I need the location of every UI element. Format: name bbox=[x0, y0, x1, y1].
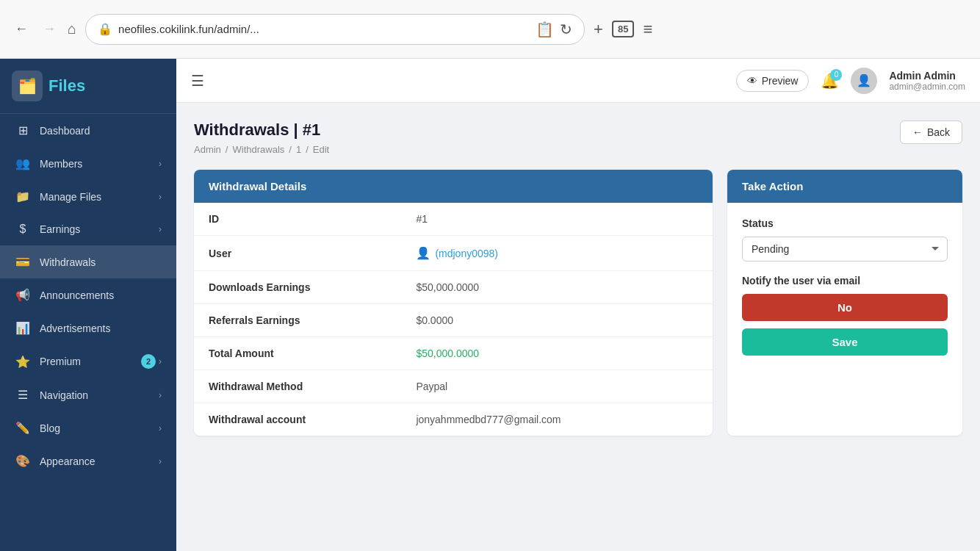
breadcrumb-edit: Edit bbox=[313, 144, 329, 155]
user-info: Admin Admin admin@admin.com bbox=[889, 70, 965, 92]
sidebar-item-dashboard[interactable]: ⊞ Dashboard bbox=[0, 114, 176, 147]
back-arrow-icon: ← bbox=[912, 126, 923, 138]
action-card-body: Status Pending Approved Rejected Notify … bbox=[727, 203, 962, 370]
appearance-icon: 🎨 bbox=[15, 454, 31, 468]
take-action-title: Take Action bbox=[742, 180, 803, 192]
back-nav-button[interactable]: ← bbox=[12, 18, 31, 40]
back-label: Back bbox=[927, 126, 950, 138]
chevron-right-icon: › bbox=[159, 224, 162, 234]
address-text: neofiles.cokilink.fun/admin/... bbox=[118, 23, 530, 35]
field-label: Downloads Earnings bbox=[194, 271, 401, 304]
field-value: Paypal bbox=[401, 370, 713, 403]
table-row: ID #1 bbox=[194, 203, 713, 236]
logo-icon: 🗂️ bbox=[12, 71, 43, 101]
top-bar: ☰ 👁 Preview 🔔 0 👤 Admin Admin admin@admi… bbox=[176, 59, 980, 103]
table-row: User 👤 (mdjony0098) bbox=[194, 236, 713, 271]
chevron-right-icon: › bbox=[159, 423, 162, 433]
breadcrumb-withdrawals: Withdrawals bbox=[232, 144, 284, 155]
withdrawal-details-card: Withdrawal Details ID #1 User bbox=[194, 170, 713, 436]
user-avatar-icon: 👤 bbox=[416, 246, 430, 260]
user-link[interactable]: 👤 (mdjony0098) bbox=[416, 246, 698, 260]
preview-label: Preview bbox=[762, 75, 799, 87]
sidebar-item-appearance[interactable]: 🎨 Appearance › bbox=[0, 444, 176, 478]
home-button[interactable]: ⌂ bbox=[68, 21, 76, 37]
main-content: ☰ 👁 Preview 🔔 0 👤 Admin Admin admin@admi… bbox=[176, 59, 980, 551]
files-icon: 📁 bbox=[15, 190, 31, 204]
withdrawal-details-header: Withdrawal Details bbox=[194, 170, 713, 203]
sidebar-item-premium[interactable]: ⭐ Premium 2 › bbox=[0, 345, 176, 378]
user-email: admin@admin.com bbox=[889, 82, 965, 92]
sidebar-item-label: Announcements bbox=[40, 289, 162, 301]
sidebar: 🗂️ Files ⊞ Dashboard 👥 Members › 📁 Manag… bbox=[0, 59, 176, 551]
sidebar-item-members[interactable]: 👥 Members › bbox=[0, 147, 176, 180]
save-button[interactable]: Save bbox=[742, 328, 948, 356]
sidebar-item-label: Members bbox=[40, 158, 159, 170]
chevron-right-icon: › bbox=[159, 356, 162, 367]
sidebar-logo: 🗂️ Files bbox=[0, 59, 176, 114]
page-title-section: Withdrawals | #1 Admin / Withdrawals / 1… bbox=[194, 120, 329, 155]
preview-button[interactable]: 👁 Preview bbox=[736, 70, 810, 92]
sidebar-item-announcements[interactable]: 📢 Announcements bbox=[0, 278, 176, 311]
browser-chrome: ← → ⌂ 🔒 neofiles.cokilink.fun/admin/... … bbox=[0, 0, 980, 59]
back-button[interactable]: ← Back bbox=[900, 120, 962, 144]
page-header: Withdrawals | #1 Admin / Withdrawals / 1… bbox=[194, 120, 962, 155]
withdrawal-details-title: Withdrawal Details bbox=[209, 180, 306, 192]
lock-icon: 🔒 bbox=[98, 22, 112, 36]
reload-button[interactable]: ↻ bbox=[560, 21, 572, 38]
hamburger-button[interactable]: ☰ bbox=[191, 72, 204, 90]
sidebar-item-label: Manage Files bbox=[40, 191, 159, 203]
breadcrumb-id: 1 bbox=[296, 144, 301, 155]
table-row: Total Amount $50,000.0000 bbox=[194, 337, 713, 370]
new-tab-button[interactable]: + bbox=[594, 20, 603, 39]
no-button[interactable]: No bbox=[742, 294, 948, 321]
notification-badge: 0 bbox=[830, 69, 842, 81]
clipboard-icon[interactable]: 📋 bbox=[536, 21, 554, 38]
sidebar-item-withdrawals[interactable]: 💳 Withdrawals bbox=[0, 245, 176, 278]
menu-button[interactable]: ≡ bbox=[643, 20, 652, 39]
status-select[interactable]: Pending Approved Rejected bbox=[742, 237, 948, 262]
field-label: User bbox=[194, 236, 401, 271]
dashboard-icon: ⊞ bbox=[15, 123, 31, 137]
earnings-icon: $ bbox=[15, 223, 31, 236]
field-label: Total Amount bbox=[194, 337, 401, 370]
blog-icon: ✏️ bbox=[15, 421, 31, 435]
take-action-header: Take Action bbox=[727, 170, 962, 203]
chevron-right-icon: › bbox=[159, 192, 162, 202]
user-name: Admin Admin bbox=[889, 70, 965, 82]
field-value: $50,000.0000 bbox=[401, 337, 713, 370]
sidebar-item-label: Withdrawals bbox=[40, 256, 162, 268]
sidebar-item-label: Navigation bbox=[40, 389, 159, 401]
sidebar-item-navigation[interactable]: ☰ Navigation › bbox=[0, 378, 176, 411]
tab-count: 85 bbox=[612, 21, 634, 37]
sidebar-item-advertisements[interactable]: 📊 Advertisements bbox=[0, 311, 176, 345]
members-icon: 👥 bbox=[15, 156, 31, 170]
forward-nav-button[interactable]: → bbox=[40, 18, 59, 40]
sidebar-item-label: Appearance bbox=[40, 455, 159, 467]
content-grid: Withdrawal Details ID #1 User bbox=[194, 170, 962, 436]
field-label: ID bbox=[194, 203, 401, 236]
field-value: $0.0000 bbox=[401, 304, 713, 337]
breadcrumb-sep: / bbox=[226, 144, 228, 155]
page-content: Withdrawals | #1 Admin / Withdrawals / 1… bbox=[176, 103, 980, 551]
sidebar-item-manage-files[interactable]: 📁 Manage Files › bbox=[0, 180, 176, 213]
advertisements-icon: 📊 bbox=[15, 321, 31, 335]
field-value: #1 bbox=[401, 203, 713, 236]
address-bar[interactable]: 🔒 neofiles.cokilink.fun/admin/... 📋 ↻ bbox=[85, 14, 585, 45]
premium-badge: 2 bbox=[141, 354, 156, 369]
sidebar-item-earnings[interactable]: $ Earnings › bbox=[0, 213, 176, 245]
withdrawals-icon: 💳 bbox=[15, 255, 31, 269]
sidebar-item-blog[interactable]: ✏️ Blog › bbox=[0, 411, 176, 444]
chevron-right-icon: › bbox=[159, 159, 162, 169]
page-title: Withdrawals | #1 bbox=[194, 120, 329, 140]
sidebar-item-label: Earnings bbox=[40, 223, 159, 235]
total-amount: $50,000.0000 bbox=[416, 347, 479, 359]
table-row: Withdrawal account jonyahmmedbd777@gmail… bbox=[194, 403, 713, 436]
user-avatar: 👤 bbox=[851, 68, 877, 94]
field-label: Withdrawal Method bbox=[194, 370, 401, 403]
field-label: Withdrawal account bbox=[194, 403, 401, 436]
app-container: 🗂️ Files ⊞ Dashboard 👥 Members › 📁 Manag… bbox=[0, 59, 980, 551]
chevron-right-icon: › bbox=[159, 390, 162, 400]
notifications-button[interactable]: 🔔 0 bbox=[821, 72, 839, 90]
table-row: Referrals Earnings $0.0000 bbox=[194, 304, 713, 337]
sidebar-nav: ⊞ Dashboard 👥 Members › 📁 Manage Files ›… bbox=[0, 114, 176, 551]
